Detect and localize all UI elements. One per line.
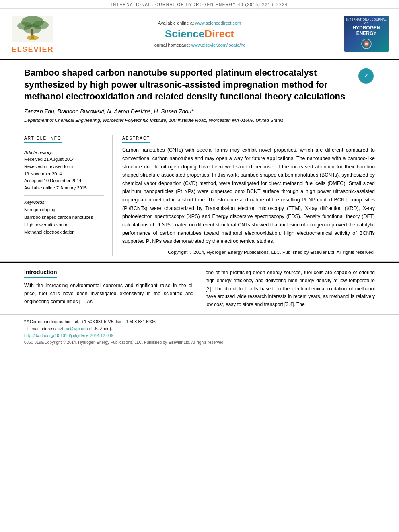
elsevier-tree-icon (10, 14, 55, 44)
elsevier-wordmark: ELSEVIER (11, 45, 53, 54)
received-date: Received 21 August 2014 (24, 156, 104, 163)
footer: * * Corresponding author. Tel.: +1 508 8… (0, 315, 399, 348)
abstract-text: Carbon nanotubes (CNTs) with special for… (122, 146, 375, 246)
footnote-doi: http://dx.doi.org/10.1016/j.ijhydene.201… (24, 332, 375, 339)
keyword-1: Nitrogen doping (24, 206, 104, 214)
elsevier-logo-block: ELSEVIER (6, 14, 59, 54)
available-date: Available online 7 January 2015 (24, 185, 104, 192)
keyword-4: Methanol electrooxidation (24, 228, 104, 236)
keywords-label: Keywords: (24, 200, 104, 205)
journal-cover-block: international journal of HYDROGEN ENERGY (340, 14, 393, 54)
email-label: E-mail address: (27, 326, 58, 331)
keywords-block: Keywords: Nitrogen doping Bamboo shaped … (24, 200, 104, 236)
footnote-email: E-mail address: szhou@wpi.edu (H.S. Zhou… (24, 325, 375, 332)
crossmark-block: ✓ (357, 67, 375, 84)
svg-point-10 (365, 43, 368, 45)
crossmark-badge: ✓ (358, 68, 374, 84)
article-title: Bamboo shaped carbon nanotube supported … (24, 67, 353, 103)
email-link[interactable]: szhou@wpi.edu (58, 326, 88, 331)
svg-text:✓: ✓ (364, 73, 368, 79)
journal-cover-image: international journal of HYDROGEN ENERGY (344, 16, 389, 52)
introduction-section: Introduction With the increasing environ… (0, 263, 399, 315)
article-history-block: Article history: Received 21 August 2014… (24, 150, 104, 191)
introduction-right-text: one of the promising green energy source… (206, 269, 375, 309)
title-section: Bamboo shaped carbon nanotube supported … (0, 60, 399, 129)
journal-homepage-link[interactable]: www.elsevier.com/locate/he (191, 43, 246, 47)
article-info-label: ARTICLE INFO (24, 136, 62, 143)
abstract-label: ABSTRACT (122, 136, 150, 143)
available-online-text: Available online at www.sciencedirect.co… (158, 21, 241, 25)
footnote-star: * (24, 319, 27, 324)
authors: Zanzan Zhu, Brandon Bukowski, N. Aaron D… (24, 108, 353, 115)
sciencedirect-link[interactable]: www.sciencedirect.com (195, 21, 241, 25)
corresponding-author-text: * Corresponding author. Tel.: +1 508 831… (27, 319, 157, 324)
accepted-date: Accepted 10 December 2014 (24, 177, 104, 185)
footnote-corresponding: * * Corresponding author. Tel.: +1 508 8… (24, 318, 375, 325)
svg-rect-7 (31, 35, 34, 39)
info-divider (24, 195, 104, 196)
sciencedirect-block: Available online at www.sciencedirect.co… (63, 14, 336, 54)
abstract-copyright: Copyright © 2014, Hydrogen Energy Public… (122, 249, 375, 256)
journal-cover-line1: international journal of (346, 18, 387, 25)
email-name: (H.S. Zhou). (89, 326, 112, 331)
journal-cover-line3: ENERGY (356, 31, 377, 36)
abstract-column: ABSTRACT Carbon nanotubes (CNTs) with sp… (113, 135, 375, 256)
journal-banner: INTERNATIONAL JOURNAL OF HYDROGEN ENERGY… (0, 0, 399, 9)
journal-homepage-text: journal homepage: www.elsevier.com/locat… (153, 43, 245, 47)
journal-cover-line2: HYDROGEN (352, 25, 380, 31)
sciencedirect-logo: ScienceDirect (165, 28, 234, 40)
cover-decoration-icon (358, 38, 374, 50)
title-text-block: Bamboo shaped carbon nanotube supported … (24, 67, 353, 124)
crossmark-icon: ✓ (362, 72, 370, 80)
introduction-heading: Introduction (24, 269, 57, 278)
keyword-2: Bamboo shaped carbon nanotubes (24, 214, 104, 221)
revised-date: 19 November 2014 (24, 170, 104, 178)
elsevier-logo: ELSEVIER (10, 14, 55, 54)
history-label: Article history: (24, 150, 104, 155)
revised-label: Received in revised form (24, 163, 104, 170)
keyword-3: High power ultrasound (24, 221, 104, 229)
article-info-column: ARTICLE INFO Article history: Received 2… (24, 135, 113, 256)
article-info-abstract-section: ARTICLE INFO Article history: Received 2… (0, 129, 399, 262)
introduction-left-text: With the increasing environmental concer… (24, 282, 193, 306)
introduction-left-col: Introduction With the increasing environ… (24, 269, 193, 309)
introduction-right-col: one of the promising green energy source… (206, 269, 375, 309)
doi-link[interactable]: http://dx.doi.org/10.1016/j.ijhydene.201… (24, 333, 113, 338)
page-header: ELSEVIER Available online at www.science… (0, 9, 399, 60)
affiliation: Department of Chemical Engineering, Worc… (24, 117, 353, 124)
footer-copyright: 0360-3199/Copyright © 2014, Hydrogen Ene… (24, 340, 375, 345)
